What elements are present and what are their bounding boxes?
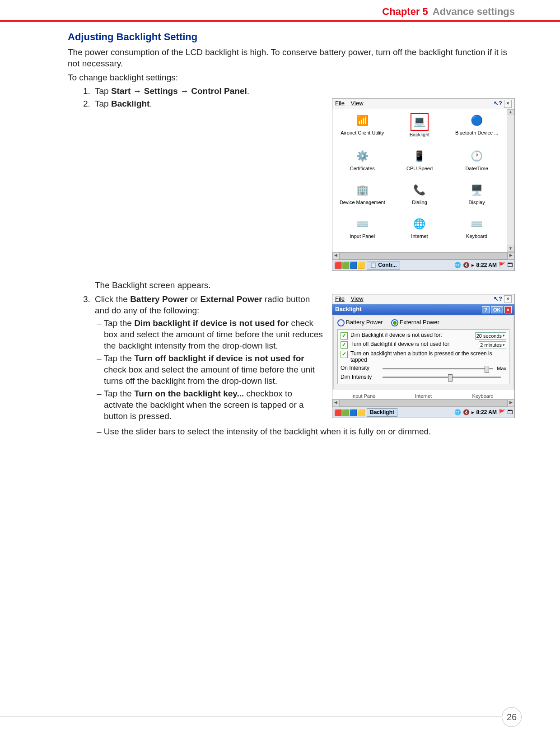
label-on-intensity: On Intensity: [341, 365, 379, 372]
control-panel-icon: ⌨️: [469, 216, 485, 233]
tray-volume-icon[interactable]: 🔇: [463, 262, 470, 269]
control-panel-item[interactable]: 🕐Date/Time: [448, 149, 505, 181]
header-rule: [0, 20, 560, 22]
control-panel-grid: 📶Aironet Client Utility💻Backlight🔵Blueto…: [332, 109, 507, 252]
menu-file[interactable]: File: [335, 100, 345, 107]
control-panel-item[interactable]: 📶Aironet Client Utility: [334, 113, 391, 147]
label-dim: Dim Backlight if device is not used for:: [350, 332, 472, 339]
menu-bar: File View ↖? ×: [332, 99, 514, 109]
background-icons-row: Input PanelInternetKeyboard: [332, 390, 514, 399]
radio-external-power[interactable]: External Power: [391, 319, 439, 326]
dialog-close-button[interactable]: ×: [504, 306, 512, 313]
label-turnoff: Turn off Backlight if device is not used…: [350, 341, 476, 348]
checkbox-turnon[interactable]: ✓: [341, 351, 348, 358]
appears-text: The Backlight screen appears.: [95, 280, 515, 291]
control-panel-item[interactable]: 🌐Internet: [392, 216, 448, 248]
control-panel-icon: 📱: [411, 149, 428, 165]
control-panel-icon: 💻: [411, 113, 429, 131]
slider-dim-intensity[interactable]: [383, 377, 501, 378]
taskbar: 🟥🟩🟦🟨 Backlight 🌐 🔇 ▸ 8:22 AM 🚩 🗔: [332, 407, 514, 418]
close-icon[interactable]: ×: [504, 295, 512, 303]
checkbox-dim[interactable]: ✓: [341, 332, 348, 340]
dialog-title: Backlight: [335, 306, 362, 313]
control-panel-icon: 🕐: [469, 149, 485, 165]
tray-flag-icon[interactable]: 🚩: [499, 409, 505, 416]
control-panel-icon: ⌨️: [354, 216, 370, 233]
control-panel-label: Date/Time: [448, 166, 505, 171]
dialog-help-button[interactable]: ?: [482, 306, 490, 313]
control-panel-item[interactable]: 📞Dialing: [392, 182, 448, 214]
label-dim-intensity: Dim Intensity: [341, 374, 379, 381]
control-panel-label: Input Panel: [334, 233, 391, 239]
help-icon[interactable]: ↖?: [494, 100, 502, 107]
control-panel-label: Keyboard: [448, 233, 505, 239]
page-header: Chapter 5 Advance settings: [0, 0, 560, 20]
label-turnon: Turn on backlight when a button is press…: [350, 351, 506, 363]
taskbar: 🟥🟩🟦🟨 📋 Contr... 🌐 🔇 ▸ 8:22 AM 🚩 🗔: [332, 260, 514, 271]
control-panel-label: Bluetooth Device ...: [448, 130, 505, 135]
control-panel-icon: 🔵: [469, 113, 485, 129]
checkbox-turnoff[interactable]: ✓: [341, 341, 348, 349]
label-max: Max: [497, 365, 506, 372]
tray-flag-icon[interactable]: 🚩: [499, 262, 505, 269]
close-icon[interactable]: ×: [504, 100, 512, 108]
menu-bar: File View ↖? ×: [332, 294, 514, 305]
control-panel-item[interactable]: 📱CPU Speed: [392, 149, 448, 181]
start-icon[interactable]: 🟥🟩🟦🟨: [334, 261, 365, 269]
tray-clock[interactable]: 8:22 AM: [476, 409, 497, 416]
control-panel-item[interactable]: 🖥️Display: [448, 182, 505, 214]
control-panel-label: Device Management: [334, 200, 391, 205]
dialog-ok-button[interactable]: OK: [491, 306, 503, 313]
menu-view[interactable]: View: [351, 100, 364, 107]
tray-windows-icon[interactable]: 🗔: [507, 409, 513, 416]
help-icon[interactable]: ↖?: [494, 295, 502, 303]
control-panel-label: Backlight: [392, 132, 448, 137]
control-panel-icon: 🖥️: [469, 182, 485, 199]
control-panel-item[interactable]: ⚙️Certificates: [334, 149, 391, 181]
control-panel-item[interactable]: 🏢Device Management: [334, 182, 391, 214]
control-panel-icon: 📶: [354, 113, 370, 129]
slider-on-intensity[interactable]: [383, 368, 493, 369]
control-panel-item[interactable]: 💻Backlight: [392, 113, 448, 147]
step-2: Tap Backlight. File View ↖? ×: [93, 98, 515, 277]
taskbar-app[interactable]: 📋 Contr...: [367, 261, 400, 270]
menu-file[interactable]: File: [335, 295, 345, 302]
taskbar-app[interactable]: Backlight: [367, 408, 397, 417]
horizontal-scrollbar[interactable]: ◀▶: [332, 252, 514, 260]
page-number: 26: [502, 707, 522, 727]
system-tray: 🌐 🔇 ▸ 8:22 AM 🚩 🗔: [454, 262, 513, 269]
intro-paragraph-2: To change backlight settings:: [68, 72, 515, 84]
dialog-titlebar: Backlight ? OK ×: [332, 304, 514, 315]
radio-battery-power[interactable]: Battery Power: [337, 319, 383, 326]
tray-network-icon[interactable]: 🌐: [454, 262, 461, 269]
control-panel-icon: ⚙️: [354, 149, 370, 165]
start-icon[interactable]: 🟥🟩🟦🟨: [334, 409, 365, 417]
control-panel-label: Dialing: [392, 200, 448, 205]
vertical-scrollbar[interactable]: ▲▼: [507, 109, 514, 252]
step-1: Tap Start → Settings → Control Panel.: [93, 86, 515, 97]
screenshot-control-panel: File View ↖? × 📶Aironet Client Utility💻B…: [332, 98, 515, 271]
tray-windows-icon[interactable]: 🗔: [507, 262, 513, 269]
control-panel-item[interactable]: ⌨️Keyboard: [448, 216, 505, 248]
control-panel-icon: 📞: [411, 182, 428, 199]
tray-volume-icon[interactable]: 🔇: [463, 409, 470, 416]
step-3: Click the Battery Power or External Powe…: [93, 294, 515, 438]
control-panel-item[interactable]: ⌨️Input Panel: [334, 216, 391, 248]
control-panel-label: Aironet Client Utility: [334, 130, 391, 135]
chapter-title: Advance settings: [433, 5, 515, 19]
tray-clock[interactable]: 8:22 AM: [476, 262, 497, 269]
control-panel-item[interactable]: 🔵Bluetooth Device ...: [448, 113, 505, 147]
dropdown-off-time[interactable]: 2 minutes: [479, 341, 506, 349]
menu-view[interactable]: View: [351, 295, 364, 302]
bullet-turnoff: Tap the Turn off backlight if device is …: [95, 353, 324, 386]
horizontal-scrollbar[interactable]: ◀▶: [332, 399, 514, 407]
tray-network-icon[interactable]: 🌐: [454, 409, 461, 416]
section-title: Adjusting Backlight Setting: [68, 31, 515, 44]
control-panel-label: Display: [448, 200, 505, 205]
system-tray: 🌐 🔇 ▸ 8:22 AM 🚩 🗔: [454, 409, 513, 416]
control-panel-label: Internet: [392, 233, 448, 239]
bullet-dim: Tap the Dim backlight if device is not u…: [95, 318, 324, 351]
intro-paragraph-1: The power consumption of the LCD backlig…: [68, 47, 515, 69]
dropdown-dim-time[interactable]: 20 seconds: [475, 332, 506, 340]
bullet-turnon: Tap the Turn on the backlight key... che…: [95, 388, 324, 422]
